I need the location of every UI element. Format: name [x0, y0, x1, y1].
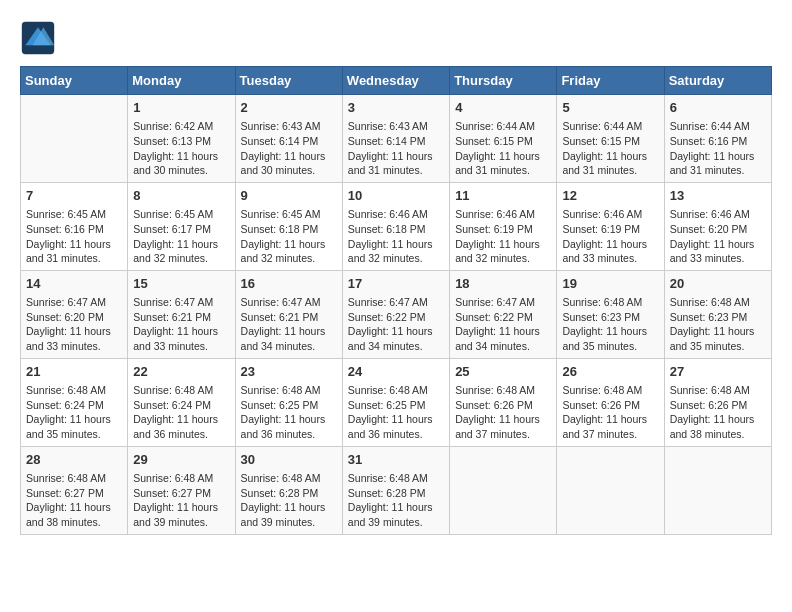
day-cell: 8Sunrise: 6:45 AMSunset: 6:17 PMDaylight… [128, 182, 235, 270]
day-cell [450, 446, 557, 534]
day-cell: 30Sunrise: 6:48 AMSunset: 6:28 PMDayligh… [235, 446, 342, 534]
day-cell: 17Sunrise: 6:47 AMSunset: 6:22 PMDayligh… [342, 270, 449, 358]
day-cell: 29Sunrise: 6:48 AMSunset: 6:27 PMDayligh… [128, 446, 235, 534]
day-info: Sunrise: 6:47 AMSunset: 6:22 PMDaylight:… [348, 295, 444, 354]
day-info: Sunrise: 6:48 AMSunset: 6:24 PMDaylight:… [133, 383, 229, 442]
day-number: 19 [562, 275, 658, 293]
day-number: 12 [562, 187, 658, 205]
day-cell: 7Sunrise: 6:45 AMSunset: 6:16 PMDaylight… [21, 182, 128, 270]
day-info: Sunrise: 6:48 AMSunset: 6:26 PMDaylight:… [670, 383, 766, 442]
day-cell: 26Sunrise: 6:48 AMSunset: 6:26 PMDayligh… [557, 358, 664, 446]
week-row-2: 7Sunrise: 6:45 AMSunset: 6:16 PMDaylight… [21, 182, 772, 270]
day-number: 29 [133, 451, 229, 469]
day-number: 15 [133, 275, 229, 293]
day-cell: 27Sunrise: 6:48 AMSunset: 6:26 PMDayligh… [664, 358, 771, 446]
day-cell: 14Sunrise: 6:47 AMSunset: 6:20 PMDayligh… [21, 270, 128, 358]
day-info: Sunrise: 6:47 AMSunset: 6:21 PMDaylight:… [241, 295, 337, 354]
day-number: 13 [670, 187, 766, 205]
day-cell: 4Sunrise: 6:44 AMSunset: 6:15 PMDaylight… [450, 95, 557, 183]
day-number: 30 [241, 451, 337, 469]
day-cell: 25Sunrise: 6:48 AMSunset: 6:26 PMDayligh… [450, 358, 557, 446]
day-cell: 12Sunrise: 6:46 AMSunset: 6:19 PMDayligh… [557, 182, 664, 270]
day-number: 9 [241, 187, 337, 205]
day-cell: 6Sunrise: 6:44 AMSunset: 6:16 PMDaylight… [664, 95, 771, 183]
day-number: 28 [26, 451, 122, 469]
day-cell: 22Sunrise: 6:48 AMSunset: 6:24 PMDayligh… [128, 358, 235, 446]
header-cell-thursday: Thursday [450, 67, 557, 95]
day-cell: 3Sunrise: 6:43 AMSunset: 6:14 PMDaylight… [342, 95, 449, 183]
logo [20, 20, 60, 56]
day-number: 24 [348, 363, 444, 381]
day-number: 17 [348, 275, 444, 293]
day-cell: 20Sunrise: 6:48 AMSunset: 6:23 PMDayligh… [664, 270, 771, 358]
day-number: 11 [455, 187, 551, 205]
day-number: 8 [133, 187, 229, 205]
day-cell [21, 95, 128, 183]
day-number: 26 [562, 363, 658, 381]
day-cell: 11Sunrise: 6:46 AMSunset: 6:19 PMDayligh… [450, 182, 557, 270]
day-cell: 16Sunrise: 6:47 AMSunset: 6:21 PMDayligh… [235, 270, 342, 358]
day-number: 14 [26, 275, 122, 293]
day-number: 4 [455, 99, 551, 117]
week-row-4: 21Sunrise: 6:48 AMSunset: 6:24 PMDayligh… [21, 358, 772, 446]
day-info: Sunrise: 6:47 AMSunset: 6:21 PMDaylight:… [133, 295, 229, 354]
day-number: 5 [562, 99, 658, 117]
day-cell: 2Sunrise: 6:43 AMSunset: 6:14 PMDaylight… [235, 95, 342, 183]
day-cell: 5Sunrise: 6:44 AMSunset: 6:15 PMDaylight… [557, 95, 664, 183]
day-cell: 10Sunrise: 6:46 AMSunset: 6:18 PMDayligh… [342, 182, 449, 270]
day-cell [664, 446, 771, 534]
day-number: 16 [241, 275, 337, 293]
day-info: Sunrise: 6:43 AMSunset: 6:14 PMDaylight:… [241, 119, 337, 178]
day-number: 21 [26, 363, 122, 381]
day-info: Sunrise: 6:46 AMSunset: 6:20 PMDaylight:… [670, 207, 766, 266]
day-info: Sunrise: 6:44 AMSunset: 6:15 PMDaylight:… [562, 119, 658, 178]
day-number: 2 [241, 99, 337, 117]
header-cell-wednesday: Wednesday [342, 67, 449, 95]
day-cell: 21Sunrise: 6:48 AMSunset: 6:24 PMDayligh… [21, 358, 128, 446]
day-info: Sunrise: 6:48 AMSunset: 6:26 PMDaylight:… [562, 383, 658, 442]
day-info: Sunrise: 6:48 AMSunset: 6:23 PMDaylight:… [670, 295, 766, 354]
day-info: Sunrise: 6:44 AMSunset: 6:16 PMDaylight:… [670, 119, 766, 178]
calendar-body: 1Sunrise: 6:42 AMSunset: 6:13 PMDaylight… [21, 95, 772, 535]
calendar-header-row: SundayMondayTuesdayWednesdayThursdayFrid… [21, 67, 772, 95]
day-number: 1 [133, 99, 229, 117]
day-number: 18 [455, 275, 551, 293]
logo-icon [20, 20, 56, 56]
day-cell: 19Sunrise: 6:48 AMSunset: 6:23 PMDayligh… [557, 270, 664, 358]
day-info: Sunrise: 6:44 AMSunset: 6:15 PMDaylight:… [455, 119, 551, 178]
day-info: Sunrise: 6:42 AMSunset: 6:13 PMDaylight:… [133, 119, 229, 178]
day-number: 3 [348, 99, 444, 117]
day-cell: 9Sunrise: 6:45 AMSunset: 6:18 PMDaylight… [235, 182, 342, 270]
day-cell: 23Sunrise: 6:48 AMSunset: 6:25 PMDayligh… [235, 358, 342, 446]
header-cell-monday: Monday [128, 67, 235, 95]
day-info: Sunrise: 6:46 AMSunset: 6:18 PMDaylight:… [348, 207, 444, 266]
day-cell: 1Sunrise: 6:42 AMSunset: 6:13 PMDaylight… [128, 95, 235, 183]
day-info: Sunrise: 6:48 AMSunset: 6:26 PMDaylight:… [455, 383, 551, 442]
page-header [20, 20, 772, 56]
day-cell [557, 446, 664, 534]
day-cell: 18Sunrise: 6:47 AMSunset: 6:22 PMDayligh… [450, 270, 557, 358]
day-number: 10 [348, 187, 444, 205]
day-info: Sunrise: 6:48 AMSunset: 6:28 PMDaylight:… [348, 471, 444, 530]
day-info: Sunrise: 6:48 AMSunset: 6:28 PMDaylight:… [241, 471, 337, 530]
day-info: Sunrise: 6:47 AMSunset: 6:20 PMDaylight:… [26, 295, 122, 354]
day-number: 31 [348, 451, 444, 469]
day-info: Sunrise: 6:48 AMSunset: 6:27 PMDaylight:… [26, 471, 122, 530]
day-cell: 15Sunrise: 6:47 AMSunset: 6:21 PMDayligh… [128, 270, 235, 358]
day-cell: 28Sunrise: 6:48 AMSunset: 6:27 PMDayligh… [21, 446, 128, 534]
day-info: Sunrise: 6:48 AMSunset: 6:24 PMDaylight:… [26, 383, 122, 442]
day-info: Sunrise: 6:48 AMSunset: 6:25 PMDaylight:… [241, 383, 337, 442]
week-row-5: 28Sunrise: 6:48 AMSunset: 6:27 PMDayligh… [21, 446, 772, 534]
day-info: Sunrise: 6:48 AMSunset: 6:27 PMDaylight:… [133, 471, 229, 530]
day-info: Sunrise: 6:46 AMSunset: 6:19 PMDaylight:… [455, 207, 551, 266]
day-info: Sunrise: 6:45 AMSunset: 6:16 PMDaylight:… [26, 207, 122, 266]
day-info: Sunrise: 6:46 AMSunset: 6:19 PMDaylight:… [562, 207, 658, 266]
day-info: Sunrise: 6:45 AMSunset: 6:18 PMDaylight:… [241, 207, 337, 266]
day-number: 23 [241, 363, 337, 381]
header-cell-friday: Friday [557, 67, 664, 95]
week-row-3: 14Sunrise: 6:47 AMSunset: 6:20 PMDayligh… [21, 270, 772, 358]
header-cell-tuesday: Tuesday [235, 67, 342, 95]
day-cell: 13Sunrise: 6:46 AMSunset: 6:20 PMDayligh… [664, 182, 771, 270]
day-info: Sunrise: 6:48 AMSunset: 6:25 PMDaylight:… [348, 383, 444, 442]
day-info: Sunrise: 6:47 AMSunset: 6:22 PMDaylight:… [455, 295, 551, 354]
